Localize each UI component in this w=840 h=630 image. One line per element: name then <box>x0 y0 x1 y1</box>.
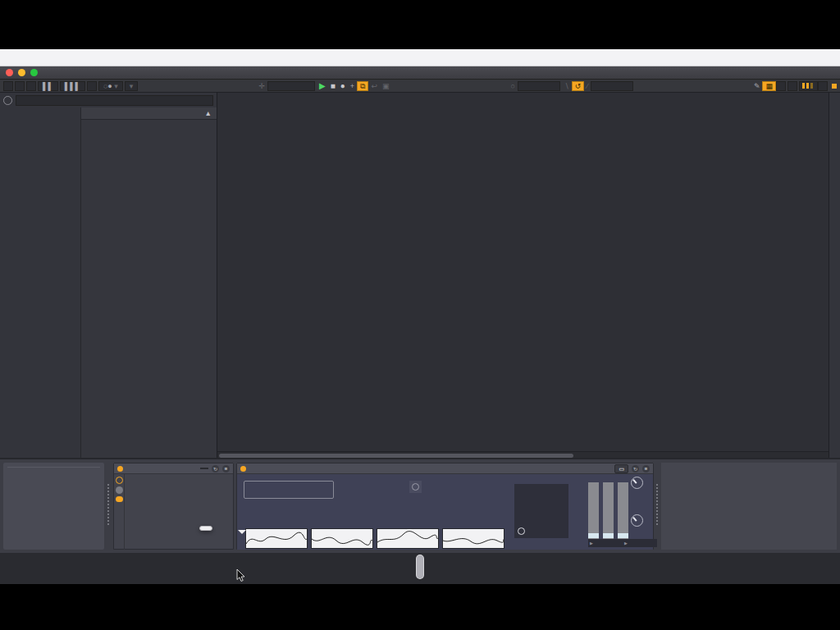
quantization-menu[interactable]: ▾ <box>125 81 139 91</box>
level-bar-2[interactable] <box>603 482 614 541</box>
midi-indicator <box>832 84 837 89</box>
key-map-button[interactable] <box>776 81 786 91</box>
waveform-display-4 <box>442 528 504 549</box>
map-button[interactable] <box>200 468 208 469</box>
save-preset-icon[interactable]: ■ <box>642 465 650 472</box>
draw-mode-button[interactable]: ✎ <box>751 82 763 90</box>
re-enable-automation-button[interactable]: ↩ <box>368 82 380 90</box>
waveform-display-1 <box>245 528 308 549</box>
detail-view: ↻ ■ ▭ ↻ ■ <box>0 458 840 553</box>
tempo-field[interactable] <box>26 81 36 91</box>
device-on-button[interactable] <box>117 466 123 472</box>
xy-pad[interactable] <box>514 484 568 538</box>
sort-arrow-icon[interactable]: ▲ <box>205 109 212 117</box>
capture-midi-button[interactable]: ▣ <box>380 82 392 90</box>
loop-button[interactable]: ↺ <box>572 81 585 91</box>
xy-pad-cursor[interactable] <box>518 527 525 535</box>
unfold-icon[interactable]: ▭ <box>614 464 628 473</box>
loop-start-field[interactable] <box>518 81 560 91</box>
macos-dock <box>416 555 424 579</box>
device-drop-area[interactable] <box>661 463 837 550</box>
letterbox-top <box>0 0 840 49</box>
level-bar-3[interactable] <box>618 482 628 541</box>
letterbox-bottom <box>0 584 840 630</box>
macos-menu-bar <box>0 49 840 66</box>
macro-toggle-icon[interactable] <box>116 496 123 502</box>
link-button[interactable] <box>3 81 13 91</box>
rack-view-toggles <box>114 474 125 550</box>
chain-list-toggle-icon[interactable] <box>116 477 123 484</box>
traffic-lights[interactable] <box>6 69 38 76</box>
punch-in-button[interactable]: ∖ <box>562 82 572 90</box>
mouse-cursor <box>236 569 245 584</box>
panel-resize-handle[interactable] <box>107 484 111 525</box>
hot-swap-icon[interactable]: ↻ <box>632 465 639 472</box>
punch-out-button[interactable]: ∕ <box>584 82 591 90</box>
xy-panner-device: ▭ ↻ ■ <box>236 463 654 550</box>
browser-sidebar <box>0 107 81 458</box>
loop-length-field[interactable] <box>591 81 633 91</box>
screenshot-root: ▌▌ ▌▌▌ ◌● ▾ ▾ ✛ ▶ ■ ● + ⧉ ↩ ▣ ○ ∖ ↺ ∕ ✎ … <box>0 0 840 630</box>
mixer-section-toggles <box>829 93 840 458</box>
nudge-up-button[interactable]: ▌▌▌ <box>60 81 85 91</box>
waveform-display-3 <box>377 528 439 549</box>
device-on-button[interactable] <box>240 466 246 472</box>
nudge-down-button[interactable]: ▌▌ <box>38 81 58 91</box>
panel-resize-handle[interactable] <box>656 484 660 525</box>
session-view <box>217 93 829 458</box>
x-knob[interactable] <box>620 476 653 490</box>
play-button[interactable]: ▶ <box>317 81 328 90</box>
browser-toggle-icon[interactable] <box>3 96 12 105</box>
session-record-button[interactable]: ○ <box>509 82 518 90</box>
close-window-button[interactable] <box>6 69 13 76</box>
info-view-title <box>7 465 100 468</box>
search-input[interactable] <box>16 95 213 106</box>
midi-effect-rack-device: ↻ ■ <box>113 463 234 550</box>
browser-panel: ▲ <box>0 93 217 458</box>
midi-map-button[interactable] <box>788 81 797 91</box>
save-preset-icon[interactable]: ■ <box>222 465 230 472</box>
overdub-button[interactable] <box>818 81 828 91</box>
time-signature-field[interactable] <box>87 81 97 91</box>
browser-content: ▲ <box>81 107 217 458</box>
waveform-display-2 <box>311 528 373 549</box>
window-title-bar[interactable] <box>0 66 840 80</box>
automation-arm-button[interactable]: ⧉ <box>357 81 368 91</box>
horizontal-scrollbar[interactable] <box>217 451 829 458</box>
xy-value-field[interactable]: ▶ <box>623 539 657 547</box>
info-view <box>3 463 104 550</box>
arrangement-position-field[interactable] <box>267 81 315 91</box>
computer-midi-keyboard-button[interactable]: ▦ <box>762 81 776 91</box>
xy-value-field[interactable]: ▶ <box>588 539 623 547</box>
hot-swap-icon[interactable]: ↻ <box>212 465 219 472</box>
follow-button[interactable]: ✛ <box>256 82 267 90</box>
stop-button[interactable]: ■ <box>328 81 338 90</box>
cpu-meter <box>799 81 818 91</box>
dock-tooltip <box>199 526 212 531</box>
new-button[interactable]: + <box>348 82 357 90</box>
tap-tempo-button[interactable] <box>15 81 25 91</box>
metronome-button[interactable]: ◌● ▾ <box>98 81 123 91</box>
desktop: ▌▌ ▌▌▌ ◌● ▾ ▾ ✛ ▶ ■ ● + ⧉ ↩ ▣ ○ ∖ ↺ ∕ ✎ … <box>0 49 840 584</box>
y-knob[interactable] <box>620 514 653 527</box>
record-button[interactable]: ● <box>338 81 348 90</box>
devices-toggle-icon[interactable] <box>116 486 123 494</box>
level-bar-1[interactable] <box>588 482 599 541</box>
xy-panner-title <box>244 481 334 499</box>
xy-reset-button[interactable] <box>409 481 422 493</box>
zoom-window-button[interactable] <box>30 69 38 76</box>
transport-bar: ▌▌ ▌▌▌ ◌● ▾ ▾ ✛ ▶ ■ ● + ⧉ ↩ ▣ ○ ∖ ↺ ∕ ✎ … <box>0 80 840 93</box>
minimize-window-button[interactable] <box>18 69 25 76</box>
